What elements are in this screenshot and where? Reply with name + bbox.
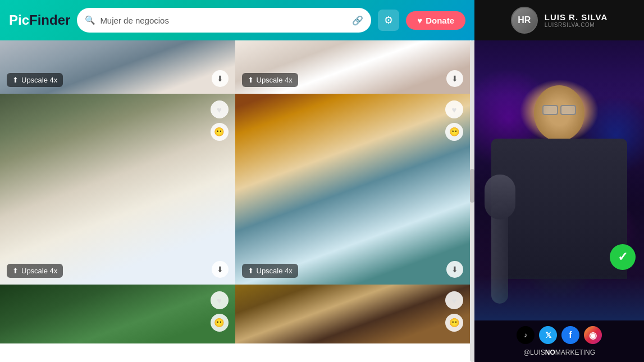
heart-button-5[interactable]: ♥ <box>211 291 229 309</box>
download-button-1[interactable]: ⬇ <box>212 70 229 87</box>
upscale-icon-4: ⬆ <box>248 267 254 275</box>
face-button-4[interactable]: 😶 <box>445 123 463 141</box>
download-button-4[interactable]: ⬇ <box>446 261 463 278</box>
streamer-name: LUIS R. SILVA <box>545 12 608 22</box>
upscale-icon-2: ⬆ <box>248 76 254 84</box>
upscale-button-3[interactable]: ⬆ Upscale 4x <box>7 264 63 278</box>
grid-item-6: ♥ 😶 <box>235 285 471 343</box>
instagram-button[interactable]: ◉ <box>584 326 602 344</box>
download-icon: ⬇ <box>217 74 223 83</box>
search-bar: 🔍 🔗 <box>77 8 371 33</box>
grid-item-5: ♥ 😶 <box>0 285 235 343</box>
streamer-domain: LUISRSILVA.COM <box>545 22 608 28</box>
streamer-video: ✓ <box>474 40 644 320</box>
grid-item-1: ⬆ Upscale 4x ⬇ <box>0 40 235 94</box>
heart-button-6[interactable]: ♥ <box>445 291 463 309</box>
facebook-button[interactable]: f <box>561 326 579 344</box>
upscale-icon-3: ⬆ <box>12 267 19 275</box>
face-button-5[interactable]: 😶 <box>211 314 229 332</box>
upscale-icon: ⬆ <box>12 76 19 84</box>
laptop-glow <box>474 276 644 320</box>
filter-icon: ⚙ <box>384 14 393 26</box>
image-grid: ⬆ Upscale 4x ⬇ ⬆ Upscale 4x ⬇ ♥ 😶 ⬆ Upsc… <box>0 40 470 362</box>
download-icon-2: ⬇ <box>451 74 458 83</box>
donate-button[interactable]: ♥ Donate <box>406 11 465 30</box>
logo: PicFinder <box>9 12 70 28</box>
download-button-2[interactable]: ⬇ <box>446 70 463 87</box>
streamer-name-block: LUIS R. SILVA LUISRSILVA.COM <box>545 12 608 28</box>
twitter-button[interactable]: 𝕏 <box>539 326 557 344</box>
facebook-f-icon: f <box>569 330 572 340</box>
person-glasses <box>542 105 576 115</box>
donate-heart-icon: ♥ <box>417 16 422 25</box>
header: PicFinder 🔍 🔗 ⚙ ♥ Donate <box>0 0 474 40</box>
twitter-bird-icon: 𝕏 <box>545 331 551 340</box>
download-icon-3: ⬇ <box>217 265 223 274</box>
grid-item-4: ♥ 😶 ⬆ Upscale 4x ⬇ <box>235 94 471 285</box>
upscale-button-4[interactable]: ⬆ Upscale 4x <box>242 264 298 278</box>
tiktok-icon: ♪ <box>524 331 527 339</box>
instagram-camera-icon: ◉ <box>589 330 597 341</box>
streamer-header: HR LUIS R. SILVA LUISRSILVA.COM <box>474 0 644 40</box>
search-icon: 🔍 <box>85 15 95 25</box>
scroll-thumb <box>470 169 474 203</box>
link-icon: 🔗 <box>352 15 363 26</box>
download-button-3[interactable]: ⬇ <box>212 261 229 278</box>
logo-text: PicFinder <box>9 12 70 28</box>
download-icon-4: ⬇ <box>451 265 458 274</box>
search-input[interactable] <box>100 16 348 25</box>
donate-label: Donate <box>426 16 454 25</box>
streamer-footer: ♪ 𝕏 f ◉ @LUISNOMARKETING <box>474 320 644 362</box>
heart-button-4[interactable]: ♥ <box>445 100 463 118</box>
checkmark-badge: ✓ <box>610 244 636 270</box>
streamer-logo-icon: HR <box>511 7 538 34</box>
picfinder-panel: PicFinder 🔍 🔗 ⚙ ♥ Donate ⬆ Upscale 4x ⬇ <box>0 0 474 362</box>
upscale-button-2[interactable]: ⬆ Upscale 4x <box>242 73 298 87</box>
streamer-panel: HR LUIS R. SILVA LUISRSILVA.COM <box>474 0 644 362</box>
face-button-3[interactable]: 😶 <box>211 123 229 141</box>
filter-button[interactable]: ⚙ <box>378 10 399 31</box>
grid-item-2: ⬆ Upscale 4x ⬇ <box>235 40 471 94</box>
heart-button-3[interactable]: ♥ <box>211 100 229 118</box>
face-button-6[interactable]: 😶 <box>445 314 463 332</box>
social-icons: ♪ 𝕏 f ◉ <box>517 326 602 344</box>
tiktok-button[interactable]: ♪ <box>517 326 535 344</box>
microphone-head <box>485 175 515 219</box>
grid-item-3: ♥ 😶 ⬆ Upscale 4x ⬇ <box>0 94 235 285</box>
upscale-button-1[interactable]: ⬆ Upscale 4x <box>7 73 63 87</box>
username-tag: @LUISNOMARKETING <box>523 349 595 356</box>
scrollbar[interactable] <box>470 40 474 362</box>
